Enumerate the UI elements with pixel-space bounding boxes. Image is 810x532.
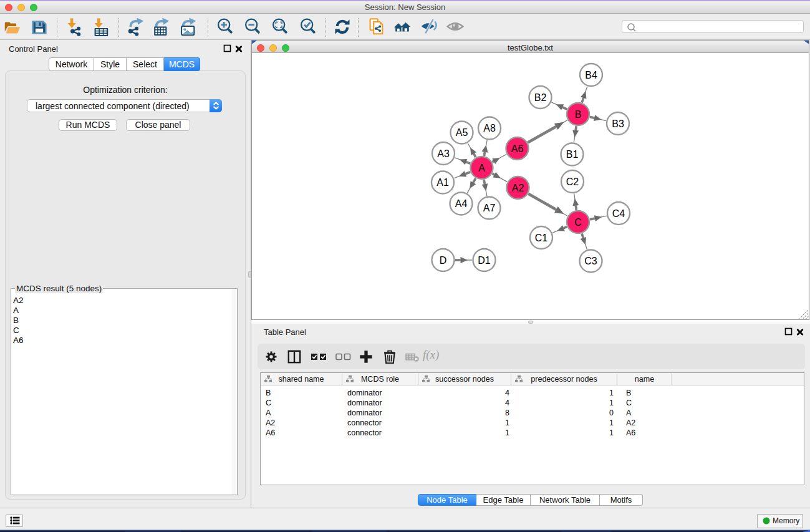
- svg-text:C1: C1: [535, 233, 548, 243]
- svg-text:C2: C2: [566, 177, 579, 187]
- svg-text:D: D: [440, 255, 447, 266]
- svg-text:C4: C4: [612, 208, 625, 219]
- svg-text:B1: B1: [566, 149, 579, 160]
- svg-text:A1: A1: [436, 177, 449, 188]
- svg-text:A6: A6: [511, 143, 524, 154]
- svg-text:A2: A2: [512, 183, 524, 193]
- svg-text:D1: D1: [478, 255, 491, 266]
- svg-text:A3: A3: [437, 148, 450, 159]
- svg-text:A: A: [478, 163, 485, 173]
- svg-text:A4: A4: [455, 198, 468, 209]
- svg-text:B2: B2: [534, 92, 547, 103]
- svg-text:A7: A7: [483, 203, 496, 213]
- svg-text:B3: B3: [612, 118, 624, 129]
- svg-text:C: C: [574, 217, 582, 228]
- svg-text:A5: A5: [456, 127, 468, 138]
- svg-text:A8: A8: [483, 123, 496, 133]
- svg-text:B4: B4: [585, 70, 597, 80]
- svg-text:B: B: [575, 109, 582, 120]
- svg-text:C3: C3: [584, 256, 597, 266]
